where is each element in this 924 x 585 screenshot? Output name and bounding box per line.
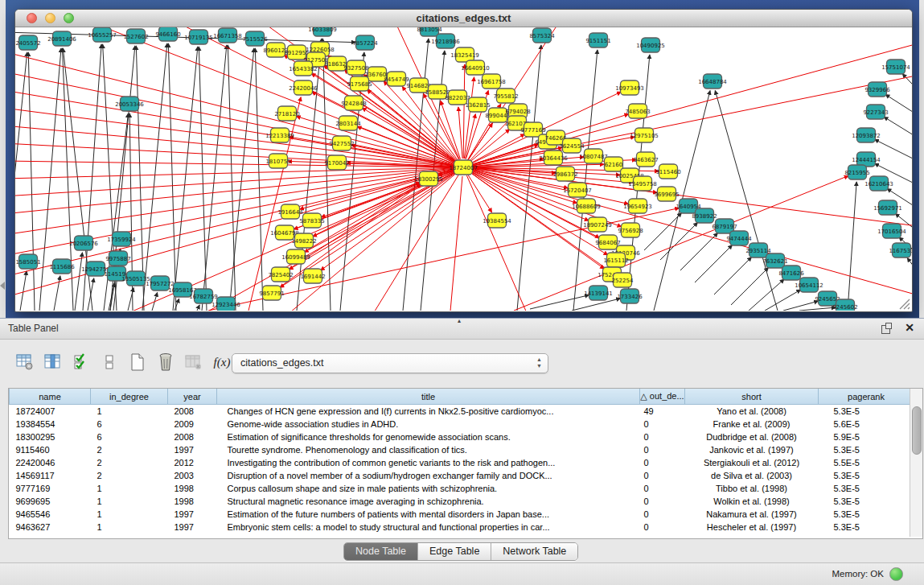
graph-node[interactable]: 9857791 [259, 286, 284, 300]
graph-node[interactable]: 7485063 [625, 104, 650, 118]
table-row[interactable]: 977716911998Corpus callosum shape and si… [10, 482, 914, 495]
graph-node[interactable]: 2718120 [274, 106, 299, 121]
graph-node[interactable]: 16671358 [213, 28, 242, 43]
deselect-all-icon[interactable] [99, 352, 120, 373]
panel-collapse-grabber-icon[interactable] [0, 282, 5, 290]
graph-node[interactable]: 18325419 [450, 47, 479, 62]
graph-node[interactable]: 3624554 [559, 138, 585, 153]
close-panel-button[interactable]: ✕ [905, 321, 914, 334]
float-panel-button[interactable] [881, 323, 892, 334]
graph-node[interactable]: 1498222 [291, 233, 316, 248]
graph-node[interactable]: 9466160 [155, 27, 180, 41]
table-mode-icon[interactable] [14, 352, 35, 373]
show-columns-icon[interactable] [43, 352, 64, 373]
graph-node[interactable]: 9115460 [655, 164, 680, 179]
graph-node[interactable]: 9427552 [329, 136, 354, 150]
graph-node[interactable]: 7857224 [352, 35, 378, 50]
table-source-dropdown[interactable]: citations_edges.txt ▲▼ [232, 353, 548, 373]
column-header-pagerank[interactable]: pagerank [819, 389, 914, 405]
graph-node[interactable]: 20206576 [69, 236, 98, 250]
graph-node[interactable]: 10490925 [636, 38, 665, 52]
table-row[interactable]: 946554611997Estimation of the future num… [10, 508, 914, 521]
select-all-icon[interactable] [71, 352, 92, 373]
graph-node[interactable]: 19384554 [483, 213, 511, 228]
graph-node[interactable]: 1115686 [49, 259, 75, 274]
table-row[interactable]: 969969511998Structural magnetic resonanc… [10, 495, 914, 508]
graph-node[interactable]: 8575324 [529, 28, 555, 43]
graph-node[interactable]: 10688609 [572, 199, 601, 213]
table-row[interactable]: 1938455462009Genome-wide association stu… [10, 418, 914, 431]
graph-node[interactable]: 9463627 [633, 152, 658, 167]
graph-node[interactable]: 5878335 [299, 213, 324, 228]
column-header-out_de[interactable]: △ out_de... [640, 389, 685, 405]
column-header-title[interactable]: title [217, 389, 640, 405]
graph-node[interactable]: 2803144 [335, 116, 361, 130]
table-scrollbar-thumb[interactable] [912, 406, 922, 455]
graph-node[interactable]: 62160 [605, 157, 623, 171]
graph-node[interactable]: 8938922 [692, 208, 717, 223]
split-divider-handle-icon[interactable]: ▴ [458, 318, 461, 324]
graph-node[interactable]: 8215955 [844, 165, 869, 179]
graph-node[interactable]: 7986372 [552, 167, 577, 181]
graph-node[interactable]: 252254 [612, 273, 634, 287]
column-header-name[interactable]: name [10, 389, 91, 405]
graph-node[interactable]: 16961758 [477, 74, 506, 89]
table-row[interactable]: 946362711997Embryonic stem cells: a mode… [10, 521, 914, 534]
graph-node[interactable]: 9975887 [105, 251, 130, 266]
graph-node[interactable]: 2405572 [15, 35, 40, 50]
tab-edge-table[interactable]: Edge Table [418, 543, 491, 560]
graph-node[interactable]: 9329966 [864, 82, 890, 97]
graph-node[interactable]: 9699695 [654, 187, 679, 201]
graph-node[interactable]: 8471626 [778, 266, 804, 280]
column-header-in_degree[interactable]: in_degree [91, 389, 168, 405]
graph-node[interactable]: 15692971 [873, 200, 902, 215]
graph-node[interactable]: 1615112 [603, 253, 628, 267]
graph-node[interactable]: 20053346 [115, 97, 144, 111]
tab-node-table[interactable]: Node Table [344, 543, 418, 560]
graph-node[interactable]: 1362815 [465, 97, 490, 112]
graph-node[interactable]: 16648784 [698, 74, 727, 89]
graph-node[interactable]: 9170042 [324, 155, 349, 170]
graph-node[interactable]: 1691442 [300, 269, 325, 283]
graph-node[interactable]: 14139141 [584, 286, 613, 300]
graph-node[interactable]: 1527602 [123, 29, 148, 43]
delete-table-icon[interactable] [183, 352, 204, 373]
graph-node[interactable]: 12975105 [630, 128, 659, 142]
graph-node[interactable]: 9151151 [585, 33, 610, 47]
graph-node[interactable]: 1810755 [265, 154, 290, 168]
graph-node[interactable]: 1733426 [617, 289, 643, 303]
graph-node[interactable]: 19654923 [623, 199, 652, 213]
table-row[interactable]: 911546021997Tourette syndrome. Phenomeno… [10, 443, 914, 456]
graph-node[interactable]: 9227343 [863, 105, 888, 119]
graph-node[interactable]: 9245602 [832, 299, 857, 311]
graph-node[interactable]: 9175685 [347, 76, 372, 91]
table-row[interactable]: 1456911722003Disruption of a novel membe… [10, 469, 914, 482]
graph-node[interactable]: 9242848 [341, 96, 366, 110]
graph-node[interactable]: 16640910 [461, 60, 490, 75]
graph-node[interactable]: 10719135 [184, 30, 213, 44]
graph-node[interactable]: 16033809 [308, 27, 337, 36]
network-view-window[interactable]: citations_edges.txt 24055722089140610655… [14, 9, 913, 312]
table-scrollbar[interactable] [910, 389, 922, 537]
graph-node[interactable]: 8454749 [384, 72, 409, 86]
table-row[interactable]: 2242004622012Investigating the contribut… [10, 456, 914, 469]
graph-node[interactable]: 7955812 [493, 89, 518, 103]
graph-node[interactable]: 18907249 [583, 217, 612, 232]
graph-node[interactable]: 17016504 [877, 224, 906, 238]
graph-node[interactable]: 1585051 [15, 254, 40, 269]
new-column-icon[interactable] [127, 352, 148, 373]
column-header-year[interactable]: year [168, 389, 217, 405]
function-builder-icon[interactable]: f(x) [211, 352, 232, 373]
table-row[interactable]: 1872400712008Changes of HCN gene express… [10, 405, 914, 418]
graph-node[interactable]: 9474444 [726, 231, 752, 245]
graph-node[interactable]: 9756928 [618, 223, 643, 237]
column-header-short[interactable]: short [685, 389, 819, 405]
graph-node[interactable]: 10655257 [88, 27, 117, 42]
graph-node[interactable]: 1916644 [277, 204, 303, 219]
graph-node[interactable]: 15751074 [881, 60, 910, 74]
table-row[interactable]: 1830029562008Estimation of significance … [10, 431, 914, 443]
citation-network-graph[interactable]: 2405572208914061065525715276029466160107… [15, 27, 912, 311]
graph-node[interactable]: 16210643 [864, 176, 893, 191]
graph-node[interactable]: 7515526 [242, 31, 268, 46]
window-resize-grip-icon[interactable] [900, 299, 910, 309]
